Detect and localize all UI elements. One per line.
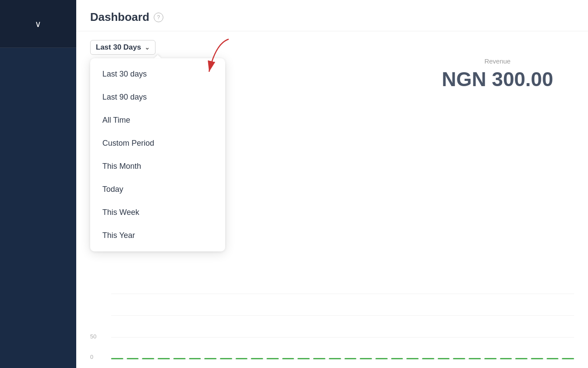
chart-dash [360, 358, 372, 359]
dropdown-item-today[interactable]: Today [90, 178, 225, 201]
chart-dash [111, 358, 123, 359]
revenue-value: NGN 300.00 [442, 67, 553, 91]
chart-dash [329, 358, 341, 359]
dropdown-item-thisweek[interactable]: This Week [90, 201, 225, 224]
sidebar-header: ∨ [0, 0, 76, 48]
chart-dash [282, 358, 294, 359]
date-filter-button[interactable]: Last 30 Days ⌄ [90, 40, 155, 55]
chart-y-label-0: 0 [90, 354, 93, 360]
revenue-label: Revenue [442, 57, 553, 65]
chart-grid-lines [111, 294, 574, 359]
chart-dash [158, 358, 170, 359]
chart-dash [547, 358, 559, 359]
chart-dash [267, 358, 279, 359]
chart-dash [438, 358, 450, 359]
date-filter-wrapper: Last 30 Days ⌄ Last 30 days Last 90 days… [90, 40, 155, 55]
header: Dashboard ? [76, 0, 588, 31]
sidebar-nav [0, 48, 76, 368]
chart-dash [562, 358, 574, 359]
dropdown-item-alltime[interactable]: All Time [90, 109, 225, 132]
chart-dash [173, 358, 186, 359]
dropdown-item-last30[interactable]: Last 30 days [90, 63, 225, 86]
chart-dash [236, 358, 248, 359]
chart-dash [251, 358, 263, 359]
main-content: Dashboard ? Last 30 Days ⌄ Last 30 days … [76, 0, 588, 368]
chart-dash [469, 358, 481, 359]
sidebar: ∨ [0, 0, 76, 368]
chart-dash [127, 358, 139, 359]
sidebar-chevron-icon[interactable]: ∨ [35, 19, 41, 29]
chart-dash [531, 358, 543, 359]
dropdown-item-last90[interactable]: Last 90 days [90, 86, 225, 109]
chart-dash [297, 358, 310, 359]
chart-dash [453, 358, 465, 359]
date-filter-label: Last 30 Days [96, 43, 141, 52]
chart-dash [313, 358, 325, 359]
grid-line-upper [111, 315, 574, 316]
date-filter-dropdown: Last 30 days Last 90 days All Time Custo… [90, 58, 225, 251]
page-title: Dashboard [90, 10, 149, 24]
grid-line-mid [111, 337, 574, 338]
chart-dash [406, 358, 419, 359]
chart-dash [220, 358, 232, 359]
help-icon[interactable]: ? [154, 13, 163, 22]
dropdown-item-custom[interactable]: Custom Period [90, 132, 225, 155]
chart-dash [500, 358, 512, 359]
chart-dash [484, 358, 497, 359]
chart-dash [142, 358, 154, 359]
chart-dash [189, 358, 201, 359]
chart-dash [422, 358, 434, 359]
content-area: Last 30 Days ⌄ Last 30 days Last 90 days… [76, 31, 588, 368]
chart-dash [375, 358, 388, 359]
chart-dash [515, 358, 527, 359]
chart-area: 50 0 [76, 281, 588, 368]
chart-green-line [111, 358, 574, 359]
chart-y-label-50: 50 [90, 333, 96, 340]
dropdown-item-thismonth[interactable]: This Month [90, 155, 225, 178]
revenue-section: Revenue NGN 300.00 [442, 57, 553, 91]
dropdown-item-thisyear[interactable]: This Year [90, 224, 225, 247]
chevron-down-icon: ⌄ [145, 44, 150, 51]
chart-dash [204, 358, 216, 359]
chart-dash [345, 358, 357, 359]
chart-dash [391, 358, 403, 359]
grid-line-top [111, 294, 574, 294]
